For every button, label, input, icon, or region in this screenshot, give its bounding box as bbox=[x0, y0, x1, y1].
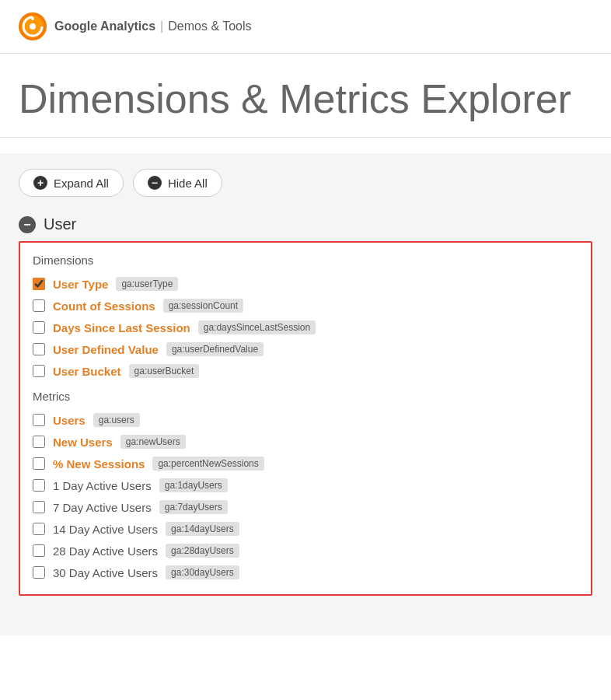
dimension-checkbox-1[interactable] bbox=[33, 299, 45, 312]
dimension-tag: ga:userType bbox=[116, 277, 178, 291]
metric-checkbox-2[interactable] bbox=[33, 457, 45, 470]
dimension-row: User Bucketga:userBucket bbox=[33, 360, 578, 382]
dimension-label[interactable]: User Bucket bbox=[53, 365, 121, 378]
metric-checkbox-7[interactable] bbox=[33, 566, 45, 579]
metric-checkbox-4[interactable] bbox=[33, 501, 45, 513]
ga-logo-icon bbox=[19, 12, 47, 40]
dimension-checkbox-4[interactable] bbox=[33, 365, 45, 377]
metric-row: 30 Day Active Usersga:30dayUsers bbox=[33, 562, 578, 583]
section-header: − User bbox=[19, 215, 592, 233]
metric-tag: ga:users bbox=[93, 413, 140, 427]
metric-checkbox-5[interactable] bbox=[33, 523, 45, 535]
dimension-row: User Typega:userType bbox=[33, 273, 578, 295]
collapse-icon[interactable]: − bbox=[19, 216, 36, 233]
user-section: − User Dimensions User Typega:userTypeCo… bbox=[19, 215, 592, 596]
dimension-row: User Defined Valuega:userDefinedValue bbox=[33, 338, 578, 360]
dimension-tag: ga:userBucket bbox=[129, 364, 200, 378]
metric-tag: ga:30dayUsers bbox=[166, 565, 239, 579]
dimension-label[interactable]: User Type bbox=[53, 278, 108, 291]
metrics-list: Usersga:usersNew Usersga:newUsers% New S… bbox=[33, 409, 578, 583]
dimensions-title: Dimensions bbox=[33, 254, 578, 267]
metric-tag: ga:28dayUsers bbox=[166, 544, 239, 558]
metric-label[interactable]: New Users bbox=[53, 436, 113, 449]
dimension-row: Days Since Last Sessionga:daysSinceLastS… bbox=[33, 317, 578, 338]
page-title: Dimensions & Metrics Explorer bbox=[19, 77, 592, 121]
hide-all-button[interactable]: − Hide All bbox=[133, 169, 222, 197]
section-content-box: Dimensions User Typega:userTypeCount of … bbox=[19, 241, 592, 596]
dimension-checkbox-3[interactable] bbox=[33, 343, 45, 355]
metric-checkbox-6[interactable] bbox=[33, 544, 45, 557]
dimension-row: Count of Sessionsga:sessionCount bbox=[33, 295, 578, 317]
expand-all-label: Expand All bbox=[54, 177, 109, 190]
metric-checkbox-0[interactable] bbox=[33, 414, 45, 426]
divider bbox=[0, 137, 611, 138]
dimension-checkbox-0[interactable] bbox=[33, 278, 45, 290]
page-title-section: Dimensions & Metrics Explorer bbox=[0, 54, 611, 137]
metric-tag: ga:14dayUsers bbox=[166, 522, 239, 536]
svg-point-2 bbox=[30, 23, 36, 30]
metric-label[interactable]: 30 Day Active Users bbox=[53, 566, 158, 579]
metric-row: 14 Day Active Usersga:14dayUsers bbox=[33, 518, 578, 540]
header-brand-text: Google Analytics|Demos & Tools bbox=[54, 19, 252, 33]
metric-row: New Usersga:newUsers bbox=[33, 431, 578, 453]
toolbar: + Expand All − Hide All bbox=[19, 169, 592, 197]
dimension-tag: ga:daysSinceLastSession bbox=[198, 320, 316, 334]
metric-label[interactable]: 14 Day Active Users bbox=[53, 523, 158, 536]
plus-icon: + bbox=[33, 176, 47, 190]
metric-label[interactable]: 28 Day Active Users bbox=[53, 544, 158, 558]
metric-row: 7 Day Active Usersga:7dayUsers bbox=[33, 496, 578, 518]
metric-label[interactable]: Users bbox=[53, 414, 86, 427]
metric-checkbox-1[interactable] bbox=[33, 436, 45, 448]
metric-label[interactable]: % New Sessions bbox=[53, 457, 145, 471]
metric-tag: ga:newUsers bbox=[120, 435, 186, 449]
metric-row: 1 Day Active Usersga:1dayUsers bbox=[33, 474, 578, 496]
metric-label[interactable]: 1 Day Active Users bbox=[53, 479, 152, 492]
section-title: User bbox=[44, 215, 76, 233]
expand-all-button[interactable]: + Expand All bbox=[19, 169, 124, 197]
dimension-tag: ga:sessionCount bbox=[163, 299, 243, 313]
dimension-label[interactable]: User Defined Value bbox=[53, 343, 159, 356]
dimension-tag: ga:userDefinedValue bbox=[166, 342, 264, 356]
dimension-label[interactable]: Count of Sessions bbox=[53, 299, 155, 313]
metric-checkbox-3[interactable] bbox=[33, 479, 45, 492]
metric-row: 28 Day Active Usersga:28dayUsers bbox=[33, 540, 578, 562]
dimension-checkbox-2[interactable] bbox=[33, 321, 45, 334]
dimension-label[interactable]: Days Since Last Session bbox=[53, 321, 190, 334]
metric-label[interactable]: 7 Day Active Users bbox=[53, 501, 152, 514]
minus-icon: − bbox=[148, 176, 162, 190]
app-header: Google Analytics|Demos & Tools bbox=[0, 0, 611, 54]
content-area: + Expand All − Hide All − User Dimension… bbox=[0, 153, 611, 635]
metric-tag: ga:percentNewSessions bbox=[152, 457, 264, 471]
metric-row: Usersga:users bbox=[33, 409, 578, 431]
metric-tag: ga:7dayUsers bbox=[159, 500, 228, 514]
metric-tag: ga:1dayUsers bbox=[159, 478, 228, 492]
hide-all-label: Hide All bbox=[168, 177, 208, 190]
metrics-title: Metrics bbox=[33, 390, 578, 403]
metric-row: % New Sessionsga:percentNewSessions bbox=[33, 453, 578, 474]
dimensions-list: User Typega:userTypeCount of Sessionsga:… bbox=[33, 273, 578, 382]
